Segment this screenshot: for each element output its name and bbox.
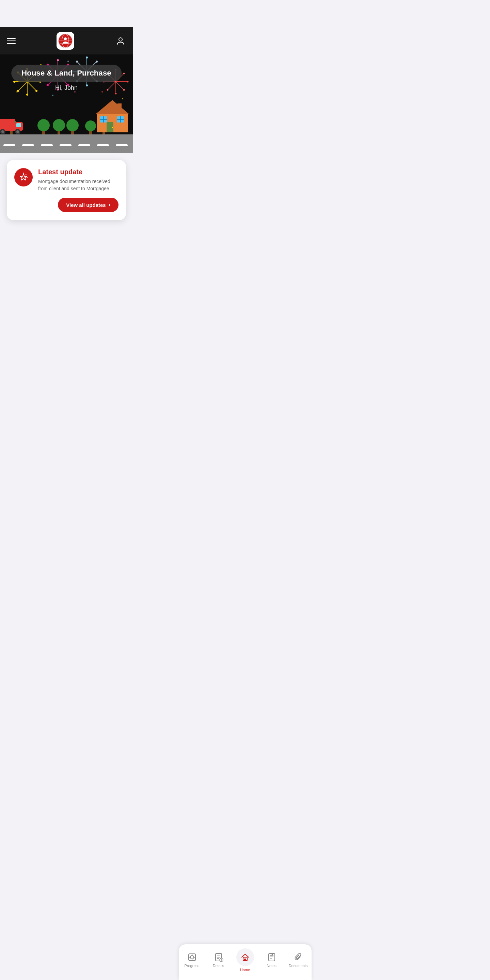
svg-point-76 (102, 91, 103, 92)
card-text: Latest update Mortgage documentation rec… (38, 168, 118, 192)
star-sparkle-icon (19, 172, 28, 182)
svg-point-66 (127, 81, 129, 83)
svg-point-65 (123, 73, 125, 75)
svg-point-20 (26, 94, 28, 95)
update-card-title: Latest update (38, 168, 118, 176)
svg-line-11 (27, 82, 36, 90)
property-type-pill: House & Land, Purchase (11, 65, 121, 82)
profile-button[interactable] (115, 35, 126, 46)
svg-rect-82 (118, 103, 121, 110)
svg-point-79 (52, 95, 53, 96)
svg-point-97 (16, 130, 19, 133)
truck-illustration (0, 115, 24, 135)
svg-marker-81 (95, 100, 129, 115)
svg-point-7 (119, 38, 122, 41)
app-header (0, 27, 133, 54)
view-all-updates-button[interactable]: View all updates › (58, 198, 118, 212)
svg-point-22 (13, 81, 15, 83)
svg-line-59 (116, 82, 123, 89)
svg-point-74 (67, 60, 69, 62)
card-top: Latest update Mortgage documentation rec… (14, 168, 118, 192)
svg-line-13 (19, 82, 27, 90)
svg-point-37 (47, 84, 49, 86)
update-card-description: Mortgage documentation received from cli… (38, 178, 118, 192)
svg-point-67 (123, 89, 125, 91)
svg-line-61 (108, 82, 116, 89)
road (0, 134, 133, 153)
svg-point-19 (35, 90, 37, 92)
svg-point-95 (2, 130, 4, 133)
update-card-wrapper: Latest update Mortgage documentation rec… (0, 153, 133, 220)
svg-line-101 (26, 174, 27, 175)
svg-rect-93 (16, 123, 21, 127)
svg-point-48 (86, 56, 88, 59)
logo (56, 32, 74, 50)
house-illustration (94, 97, 131, 135)
road-scene (0, 99, 133, 153)
update-icon-circle (14, 168, 33, 186)
svg-point-49 (96, 60, 98, 63)
update-card: Latest update Mortgage documentation rec… (7, 160, 126, 220)
svg-point-32 (57, 59, 59, 61)
chevron-right-icon: › (109, 202, 110, 208)
greeting-text: Hi, John (55, 84, 78, 92)
svg-point-52 (86, 84, 88, 86)
svg-point-90 (112, 127, 113, 128)
hamburger-menu-button[interactable] (7, 38, 16, 44)
svg-point-69 (107, 89, 109, 91)
svg-rect-91 (0, 119, 15, 130)
svg-rect-98 (0, 130, 24, 130)
svg-point-6 (64, 37, 67, 40)
svg-point-68 (115, 93, 117, 95)
svg-point-55 (76, 60, 78, 63)
svg-point-78 (16, 91, 18, 92)
road-dashes (0, 144, 133, 146)
